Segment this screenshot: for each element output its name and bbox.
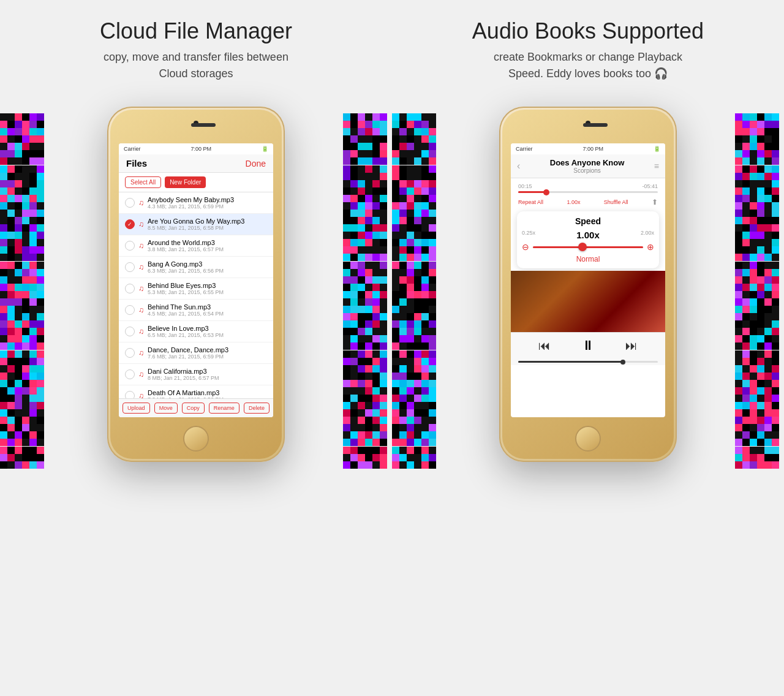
next-button[interactable]: ⏭ [625,339,638,353]
file-item[interactable]: ♫Behind Blue Eyes.mp35.3 MB; Jan 21, 201… [119,278,273,300]
song-artist: Scorpions [550,167,625,174]
repeat-button[interactable]: Repeat All [518,199,543,205]
fm-done-button[interactable]: Done [246,159,266,168]
file-item[interactable]: ♫Death Of A Martian.mp37.2 MB; Jan 21, 2… [119,385,273,398]
fm-title: Files [126,158,147,168]
file-radio[interactable] [125,219,135,229]
file-meta: 5.3 MB; Jan 21, 2015, 6:55 PM [148,289,267,295]
file-meta: 6.3 MB; Jan 21, 2015, 6:56 PM [148,268,267,274]
music-icon: ♫ [138,284,144,293]
main-container: Cloud File Manager copy, move and transf… [0,0,784,696]
file-radio[interactable] [125,241,135,251]
new-folder-button[interactable]: New Folder [165,176,206,188]
song-info-block: Does Anyone Know Scorpions [550,158,625,174]
audio-player-screen: Carrier 7:00 PM 🔋 ‹ Does Anyone Know Sco… [511,143,665,417]
time-left: 7:00 PM [190,146,211,152]
prev-button[interactable]: ⏮ [538,339,551,353]
file-name: Dani California.mp3 [148,368,267,375]
file-name: Believe In Love.mp3 [148,325,267,332]
file-item[interactable]: ♫Around the World.mp33.8 MB; Jan 21, 201… [119,235,273,257]
file-name: Dance, Dance, Dance.mp3 [148,346,267,354]
file-item[interactable]: ♫Anybody Seen My Baby.mp34.3 MB; Jan 21,… [119,192,273,214]
speed-button[interactable]: 1.00x [567,199,580,205]
file-name: Are You Gonna Go My Way.mp3 [148,218,267,225]
back-button[interactable]: ‹ [517,161,520,172]
home-button-right[interactable] [575,426,601,452]
status-bar-right: Carrier 7:00 PM 🔋 [511,143,665,154]
playback-fill [518,361,623,363]
fm-header: Files Done [119,154,273,173]
song-title: Does Anyone Know [550,158,625,167]
speed-max-label: 2.00x [641,230,654,240]
speed-slider-row: ⊖ ⊕ [522,243,654,251]
battery-left: 🔋 [262,146,268,152]
file-radio[interactable] [125,284,135,293]
music-icon: ♫ [138,199,144,207]
file-list: ♫Anybody Seen My Baby.mp34.3 MB; Jan 21,… [119,192,273,398]
album-art [511,271,665,332]
file-item[interactable]: ♫Believe In Love.mp36.5 MB; Jan 21, 2015… [119,321,273,342]
file-item[interactable]: ♫Dani California.mp38 MB; Jan 21, 2015, … [119,364,273,385]
file-radio[interactable] [125,327,135,336]
speed-current-label: 1.00x [576,230,600,240]
remaining-time: -05:41 [642,183,658,189]
pixel-art-left-decoration [0,113,49,469]
phone-mockup-left: Carrier 7:00 PM 🔋 Files Done [107,107,285,462]
progress-track[interactable] [518,191,658,193]
share-icon[interactable]: ⬆ [652,198,658,206]
pause-button[interactable]: ⏸ [581,338,595,354]
upload-button[interactable]: Upload [123,403,150,414]
delete-button[interactable]: Delete [244,403,270,414]
file-meta: 3.8 MB; Jan 21, 2015, 6:57 PM [148,246,267,252]
copy-button[interactable]: Copy [182,403,205,414]
time-right: 7:00 PM [582,146,603,152]
elapsed-time: 00:15 [518,183,532,189]
speed-popup: Speed 0.25x 1.00x 2.00x ⊖ [517,211,659,268]
playback-bar [511,358,665,365]
file-radio[interactable] [125,262,135,272]
file-item[interactable]: ♫Dance, Dance, Dance.mp37.6 MB; Jan 21, … [119,342,273,364]
speed-increase-button[interactable]: ⊕ [647,243,654,251]
speed-slider[interactable] [533,246,643,248]
file-name: Behind The Sun.mp3 [148,303,267,311]
shuffle-button[interactable]: Shuffle All [604,199,628,205]
file-radio[interactable] [125,348,135,358]
time-display: 00:15 -05:41 [518,183,658,189]
ap-controls-bar: Repeat All 1.00x Shuffle All ⬆ [511,195,665,209]
speed-min-label: 0.25x [522,230,535,240]
carrier-text-right: Carrier [516,146,533,152]
file-item[interactable]: ♫Bang A Gong.mp36.3 MB; Jan 21, 2015, 6:… [119,257,273,278]
menu-button[interactable]: ≡ [654,161,659,171]
speed-decrease-button[interactable]: ⊖ [522,243,529,251]
home-button-left[interactable] [183,426,209,452]
music-icon: ♫ [138,241,144,250]
speed-normal-label[interactable]: Normal [522,255,654,263]
file-name: Behind Blue Eyes.mp3 [148,282,267,289]
battery-right: 🔋 [654,146,660,152]
fm-toolbar: Select All New Folder [119,173,273,192]
rename-button[interactable]: Rename [209,403,239,414]
file-manager-screen: Carrier 7:00 PM 🔋 Files Done [119,143,273,417]
move-button[interactable]: Move [154,403,178,414]
file-meta: 4.3 MB; Jan 21, 2015, 6:59 PM [148,203,267,210]
file-name: Bang A Gong.mp3 [148,260,267,268]
playback-thumb [620,360,625,365]
music-icon: ♫ [138,220,144,229]
file-item[interactable]: ♫Behind The Sun.mp34.5 MB; Jan 21, 2015,… [119,300,273,321]
speaker-right [583,123,608,127]
select-all-button[interactable]: Select All [125,176,161,188]
pixel-art-left-decoration-right [392,113,441,469]
file-radio[interactable] [125,369,135,379]
file-name: Anybody Seen My Baby.mp3 [148,196,267,203]
ap-header: ‹ Does Anyone Know Scorpions ≡ [511,154,665,178]
file-radio[interactable] [125,305,135,315]
file-meta: 4.5 MB; Jan 21, 2015, 6:54 PM [148,311,267,317]
file-name: Around the World.mp3 [148,239,267,246]
left-panel: Cloud File Manager copy, move and transf… [0,0,392,696]
file-radio[interactable] [125,391,135,398]
speed-slider-thumb [578,243,587,251]
progress-thumb [543,189,549,195]
playback-track[interactable] [518,361,658,363]
file-item[interactable]: ♫Are You Gonna Go My Way.mp38.5 MB; Jan … [119,214,273,235]
file-radio[interactable] [125,198,135,208]
